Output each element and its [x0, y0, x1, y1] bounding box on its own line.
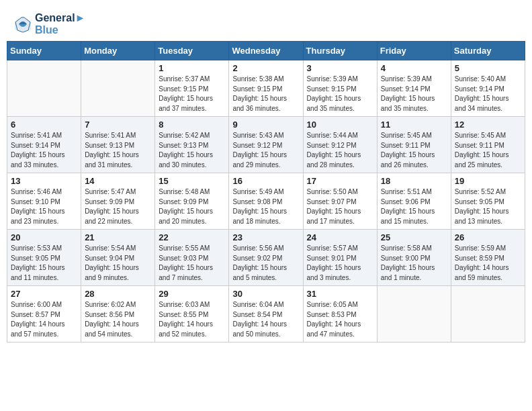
calendar-cell: 29Sunrise: 6:03 AM Sunset: 8:55 PM Dayli… [155, 286, 229, 342]
day-number: 21 [85, 232, 151, 242]
weekday-header-tuesday: Tuesday [155, 42, 229, 60]
day-number: 13 [11, 176, 77, 186]
day-number: 7 [85, 120, 151, 130]
calendar-cell: 28Sunrise: 6:02 AM Sunset: 8:56 PM Dayli… [81, 286, 155, 342]
calendar-cell: 21Sunrise: 5:54 AM Sunset: 9:04 PM Dayli… [81, 230, 155, 286]
weekday-header-friday: Friday [377, 42, 451, 60]
day-info: Sunrise: 5:37 AM Sunset: 9:15 PM Dayligh… [159, 75, 225, 113]
calendar-cell: 31Sunrise: 6:05 AM Sunset: 8:53 PM Dayli… [303, 286, 377, 342]
day-number: 15 [159, 176, 225, 186]
day-number: 14 [85, 176, 151, 186]
day-number: 28 [85, 289, 151, 299]
day-number: 10 [307, 120, 373, 130]
day-info: Sunrise: 6:04 AM Sunset: 8:54 PM Dayligh… [232, 300, 299, 339]
weekday-header-sunday: Sunday [7, 42, 81, 60]
day-info: Sunrise: 5:38 AM Sunset: 9:15 PM Dayligh… [232, 75, 299, 113]
day-number: 27 [11, 289, 77, 299]
day-info: Sunrise: 5:40 AM Sunset: 9:14 PM Dayligh… [455, 75, 521, 113]
calendar-week-row: 27Sunrise: 6:00 AM Sunset: 8:57 PM Dayli… [7, 286, 525, 342]
day-number: 12 [455, 120, 521, 130]
calendar-cell: 8Sunrise: 5:42 AM Sunset: 9:13 PM Daylig… [155, 117, 229, 173]
calendar-cell: 14Sunrise: 5:47 AM Sunset: 9:09 PM Dayli… [81, 173, 155, 230]
day-info: Sunrise: 5:52 AM Sunset: 9:05 PM Dayligh… [455, 187, 521, 226]
calendar-cell: 27Sunrise: 6:00 AM Sunset: 8:57 PM Dayli… [7, 286, 81, 342]
weekday-header-wednesday: Wednesday [229, 42, 303, 60]
calendar-week-row: 1Sunrise: 5:37 AM Sunset: 9:15 PM Daylig… [7, 60, 525, 117]
calendar-cell: 26Sunrise: 5:59 AM Sunset: 8:59 PM Dayli… [451, 230, 525, 286]
calendar-cell [81, 60, 155, 117]
calendar-cell: 7Sunrise: 5:41 AM Sunset: 9:13 PM Daylig… [81, 117, 155, 173]
calendar-cell: 10Sunrise: 5:44 AM Sunset: 9:12 PM Dayli… [303, 117, 377, 173]
day-info: Sunrise: 5:41 AM Sunset: 9:14 PM Dayligh… [11, 131, 77, 170]
calendar-cell: 12Sunrise: 5:45 AM Sunset: 9:11 PM Dayli… [451, 117, 525, 173]
calendar-cell: 25Sunrise: 5:58 AM Sunset: 9:00 PM Dayli… [377, 230, 451, 286]
day-info: Sunrise: 6:03 AM Sunset: 8:55 PM Dayligh… [159, 300, 225, 339]
calendar-week-row: 6Sunrise: 5:41 AM Sunset: 9:14 PM Daylig… [7, 117, 525, 173]
day-info: Sunrise: 5:46 AM Sunset: 9:10 PM Dayligh… [11, 187, 77, 226]
calendar-cell: 30Sunrise: 6:04 AM Sunset: 8:54 PM Dayli… [229, 286, 303, 342]
day-info: Sunrise: 5:50 AM Sunset: 9:07 PM Dayligh… [307, 187, 373, 226]
weekday-header-thursday: Thursday [303, 42, 377, 60]
weekday-header-saturday: Saturday [451, 42, 525, 60]
calendar-cell: 24Sunrise: 5:57 AM Sunset: 9:01 PM Dayli… [303, 230, 377, 286]
day-number: 1 [159, 63, 225, 73]
day-info: Sunrise: 5:59 AM Sunset: 8:59 PM Dayligh… [455, 244, 521, 283]
calendar-cell: 2Sunrise: 5:38 AM Sunset: 9:15 PM Daylig… [229, 60, 303, 117]
day-info: Sunrise: 5:51 AM Sunset: 9:06 PM Dayligh… [381, 187, 447, 226]
day-info: Sunrise: 5:45 AM Sunset: 9:11 PM Dayligh… [381, 131, 447, 170]
day-number: 9 [232, 120, 299, 130]
day-number: 20 [11, 232, 77, 242]
day-number: 25 [381, 232, 447, 242]
calendar-cell: 11Sunrise: 5:45 AM Sunset: 9:11 PM Dayli… [377, 117, 451, 173]
day-number: 11 [381, 120, 447, 130]
calendar-cell: 15Sunrise: 5:48 AM Sunset: 9:09 PM Dayli… [155, 173, 229, 230]
day-number: 18 [381, 176, 447, 186]
day-number: 26 [455, 232, 521, 242]
calendar-cell: 13Sunrise: 5:46 AM Sunset: 9:10 PM Dayli… [7, 173, 81, 230]
day-number: 5 [455, 63, 521, 73]
calendar-header-row: SundayMondayTuesdayWednesdayThursdayFrid… [7, 42, 525, 60]
calendar-cell: 3Sunrise: 5:39 AM Sunset: 9:15 PM Daylig… [303, 60, 377, 117]
day-number: 17 [307, 176, 373, 186]
calendar-cell [377, 286, 451, 342]
day-info: Sunrise: 5:44 AM Sunset: 9:12 PM Dayligh… [307, 131, 373, 170]
day-info: Sunrise: 5:39 AM Sunset: 9:15 PM Dayligh… [307, 75, 373, 113]
day-number: 31 [307, 289, 373, 299]
day-info: Sunrise: 5:42 AM Sunset: 9:13 PM Dayligh… [159, 131, 225, 170]
day-info: Sunrise: 6:02 AM Sunset: 8:56 PM Dayligh… [85, 300, 151, 339]
logo-icon [13, 15, 32, 34]
day-number: 22 [159, 232, 225, 242]
day-info: Sunrise: 5:48 AM Sunset: 9:09 PM Dayligh… [159, 187, 225, 226]
day-info: Sunrise: 5:41 AM Sunset: 9:13 PM Dayligh… [85, 131, 151, 170]
day-info: Sunrise: 5:45 AM Sunset: 9:11 PM Dayligh… [455, 131, 521, 170]
calendar-week-row: 13Sunrise: 5:46 AM Sunset: 9:10 PM Dayli… [7, 173, 525, 230]
day-info: Sunrise: 5:43 AM Sunset: 9:12 PM Dayligh… [232, 131, 299, 170]
day-number: 6 [11, 120, 77, 130]
calendar-cell: 9Sunrise: 5:43 AM Sunset: 9:12 PM Daylig… [229, 117, 303, 173]
day-number: 16 [232, 176, 299, 186]
day-info: Sunrise: 5:39 AM Sunset: 9:14 PM Dayligh… [381, 75, 447, 113]
day-info: Sunrise: 5:57 AM Sunset: 9:01 PM Dayligh… [307, 244, 373, 283]
day-number: 4 [381, 63, 447, 73]
day-number: 30 [232, 289, 299, 299]
calendar-cell [451, 286, 525, 342]
calendar-cell: 22Sunrise: 5:55 AM Sunset: 9:03 PM Dayli… [155, 230, 229, 286]
day-info: Sunrise: 6:05 AM Sunset: 8:53 PM Dayligh… [307, 300, 373, 339]
day-info: Sunrise: 5:49 AM Sunset: 9:08 PM Dayligh… [232, 187, 299, 226]
day-number: 23 [232, 232, 299, 242]
calendar-cell: 18Sunrise: 5:51 AM Sunset: 9:06 PM Dayli… [377, 173, 451, 230]
day-number: 3 [307, 63, 373, 73]
calendar-cell: 16Sunrise: 5:49 AM Sunset: 9:08 PM Dayli… [229, 173, 303, 230]
calendar-cell [7, 60, 81, 117]
day-info: Sunrise: 5:56 AM Sunset: 9:02 PM Dayligh… [232, 244, 299, 283]
day-number: 19 [455, 176, 521, 186]
calendar-week-row: 20Sunrise: 5:53 AM Sunset: 9:05 PM Dayli… [7, 230, 525, 286]
logo-text: General► Blue [35, 12, 85, 36]
day-info: Sunrise: 5:54 AM Sunset: 9:04 PM Dayligh… [85, 244, 151, 283]
calendar-table: SundayMondayTuesdayWednesdayThursdayFrid… [7, 41, 525, 342]
calendar-cell: 20Sunrise: 5:53 AM Sunset: 9:05 PM Dayli… [7, 230, 81, 286]
day-number: 2 [232, 63, 299, 73]
calendar-cell: 5Sunrise: 5:40 AM Sunset: 9:14 PM Daylig… [451, 60, 525, 117]
day-info: Sunrise: 6:00 AM Sunset: 8:57 PM Dayligh… [11, 300, 77, 339]
day-info: Sunrise: 5:47 AM Sunset: 9:09 PM Dayligh… [85, 187, 151, 226]
